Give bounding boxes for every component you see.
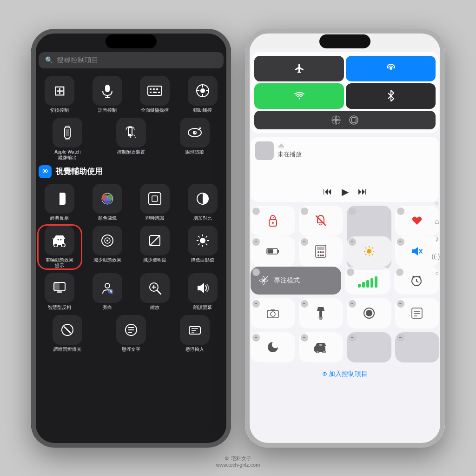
hotspot-btn[interactable]: [346, 56, 436, 81]
color-filter-icon: [93, 184, 122, 214]
calculator-btn[interactable]: −: [299, 236, 344, 267]
svg-rect-18: [65, 126, 70, 127]
dark-mode-btn[interactable]: −: [251, 332, 295, 362]
reduce-transparency-icon: [140, 226, 170, 255]
signal-bars: [358, 274, 377, 288]
wifi-btn[interactable]: [254, 83, 344, 109]
control-zoom[interactable]: 縮放: [134, 273, 176, 310]
assistive-icon-box: [188, 76, 218, 106]
control-strobe[interactable]: 調暗閃燈燈光: [39, 315, 97, 352]
svg-rect-4: [150, 88, 152, 90]
signal-bars-display: −: [345, 267, 390, 295]
svg-line-65: [157, 290, 161, 294]
svg-rect-6: [156, 88, 158, 90]
vehicle-motion-cc-btn[interactable]: −: [299, 332, 344, 362]
right-side-icons: ♥ ⌂ ♪ ((·)) ○: [431, 200, 442, 277]
camera-btn[interactable]: −: [251, 298, 295, 329]
control-switch[interactable]: ⊞ 切換控制: [39, 76, 81, 113]
flashlight-btn[interactable]: −: [299, 298, 344, 329]
control-eye-tracking[interactable]: 眼球追蹤: [165, 118, 224, 161]
control-assistive[interactable]: 輔助觸控: [182, 76, 224, 113]
cc-row-3: − − − −: [251, 236, 439, 267]
notes-btn[interactable]: −: [395, 298, 440, 329]
svg-rect-60: [57, 291, 62, 293]
svg-point-49: [200, 238, 205, 243]
control-contrast[interactable]: 增加對比: [182, 184, 224, 221]
dynamic-island-left: [106, 34, 157, 48]
heart-side-icon: ♥: [435, 200, 439, 208]
control-white-point[interactable]: 降低白點值: [182, 226, 224, 268]
svg-marker-121: [318, 317, 323, 320]
live-recognize-icon: [140, 184, 170, 214]
svg-line-71: [64, 327, 71, 333]
focus-mode-btn[interactable]: − 專注模式: [251, 267, 341, 295]
control-speak-screen[interactable]: 朗讀螢幕: [182, 273, 224, 310]
svg-marker-119: [317, 307, 324, 311]
control-classic-invert[interactable]: 經典反相: [39, 184, 81, 221]
control-nearby[interactable]: 控制附近裝置: [102, 118, 160, 161]
control-apple-watch[interactable]: Apple Watch鏡像輸出: [39, 118, 97, 161]
classic-invert-icon: [45, 184, 74, 214]
svg-marker-38: [54, 235, 65, 239]
control-voiceover[interactable]: ♿ 旁白: [86, 273, 129, 310]
svg-line-113: [416, 281, 418, 282]
floating-text-icon: [116, 315, 146, 345]
svg-rect-3: [148, 86, 162, 95]
radio-side-icon: ((·)): [431, 253, 442, 260]
svg-point-61: [105, 283, 110, 288]
media-album-art: [255, 141, 274, 160]
screen-record-btn[interactable]: −: [347, 298, 391, 329]
svg-marker-68: [198, 283, 204, 293]
smart-invert-icon: [45, 273, 74, 303]
search-bar[interactable]: 🔍 搜尋控制項目: [39, 52, 224, 68]
floating-input-icon: [180, 315, 210, 345]
eye-icon: 👁: [39, 165, 52, 178]
bluetooth-btn[interactable]: [346, 83, 436, 109]
control-floating-input[interactable]: 懸浮輸入: [165, 315, 224, 352]
floating-input-label: 懸浮輸入: [185, 347, 204, 352]
battery-btn[interactable]: −: [251, 236, 295, 267]
svg-text:♿: ♿: [108, 289, 112, 294]
svg-rect-5: [153, 88, 155, 90]
svg-point-40: [61, 243, 65, 247]
control-color-filter[interactable]: 顏色濾鏡: [86, 184, 129, 221]
svg-point-43: [60, 239, 62, 240]
play-btn[interactable]: ▶: [342, 186, 349, 197]
svg-point-33: [104, 198, 111, 204]
brightness-btn[interactable]: −: [347, 236, 391, 267]
control-grid-row2: Apple Watch鏡像輸出 控制附近裝置 眼球追蹤: [39, 118, 224, 161]
svg-rect-59: [54, 282, 60, 291]
control-voice[interactable]: 語音控制: [86, 76, 129, 113]
svg-rect-8: [153, 92, 157, 93]
contrast-icon: [188, 184, 218, 214]
svg-line-48: [150, 235, 160, 246]
control-grid-row3: 經典反相 顏色濾鏡 即時辨識: [39, 184, 224, 221]
strobe-icon: [53, 315, 82, 345]
prev-btn[interactable]: ⏮: [323, 186, 332, 197]
circle-side-icon: ○: [435, 269, 438, 277]
svg-point-81: [335, 119, 337, 121]
visual-section-header: 👁 視覺輔助使用: [39, 165, 224, 178]
reduce-motion-icon: [93, 226, 122, 255]
silent-mode-btn[interactable]: −: [299, 206, 344, 236]
svg-rect-89: [267, 249, 273, 254]
svg-rect-124: [412, 308, 422, 318]
vehicle-motion-label: 車輛動態效果提示: [46, 257, 73, 268]
rotation-lock-btn[interactable]: −: [251, 206, 295, 236]
control-vehicle-motion[interactable]: 車輛動態效果提示: [39, 226, 81, 268]
left-screen: 🔍 搜尋控制項目 ⊞ 切換控制 語音控制: [31, 48, 231, 442]
add-control-btn[interactable]: ⊕ 加入控制項目: [251, 366, 439, 382]
control-live-recognize[interactable]: 即時辨識: [134, 184, 176, 221]
svg-point-46: [106, 240, 108, 241]
control-smart-invert[interactable]: 智慧型反相: [39, 273, 81, 310]
next-btn[interactable]: ⏭: [358, 186, 367, 197]
svg-rect-7: [150, 92, 152, 93]
control-floating-text[interactable]: 懸浮文字: [102, 315, 160, 352]
svg-rect-21: [129, 134, 131, 135]
watermark-url: www.tech-girlz.com: [216, 462, 260, 468]
cc-row-5: − − − −: [251, 298, 439, 329]
airplane-mode-btn[interactable]: [254, 56, 344, 81]
control-keyboard[interactable]: 全面鍵盤操控: [134, 76, 176, 113]
control-reduce-motion[interactable]: 減少動態效果: [86, 226, 129, 268]
control-reduce-transparency[interactable]: 減少透明度: [134, 226, 176, 268]
